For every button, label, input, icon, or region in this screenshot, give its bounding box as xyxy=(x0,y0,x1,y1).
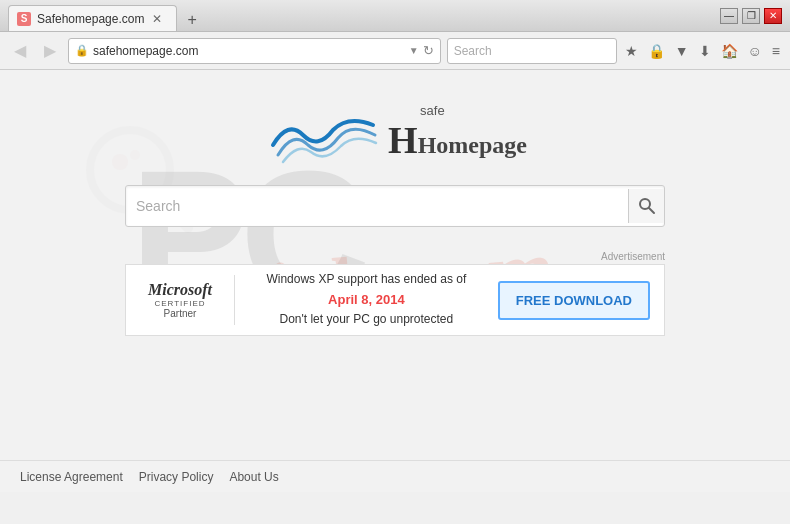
ad-container: Advertisement Microsoft CERTIFIED Partne… xyxy=(125,251,665,336)
ad-line1: Windows XP support has ended as of xyxy=(249,270,484,289)
back-button[interactable]: ◀ xyxy=(8,39,32,62)
ad-line2: Don't let your PC go unprotected xyxy=(249,310,484,329)
restore-button[interactable]: ❐ xyxy=(742,8,760,24)
free-download-button[interactable]: FREE DOWNLOAD xyxy=(498,281,650,320)
lock-icon[interactable]: 🔒 xyxy=(646,41,667,61)
search-icon-button[interactable] xyxy=(628,189,664,223)
svg-line-5 xyxy=(649,208,654,213)
dropdown-icon[interactable]: ▼ xyxy=(409,45,419,56)
secure-icon: 🔒 xyxy=(75,44,89,57)
ad-banner: Microsoft CERTIFIED Partner Windows XP s… xyxy=(125,264,665,336)
search-box[interactable]: Search xyxy=(125,185,665,227)
address-bar[interactable]: 🔒 safehomepage.com ▼ ↻ xyxy=(68,38,441,64)
logo-h: H xyxy=(388,118,418,162)
logo-waves xyxy=(263,100,383,165)
download-icon[interactable]: ⬇ xyxy=(697,41,713,61)
search-container: Search xyxy=(125,185,665,227)
user-icon[interactable]: ☺ xyxy=(746,41,764,61)
footer: License Agreement Privacy Policy About U… xyxy=(0,460,790,492)
title-bar: S Safehomepage.com ✕ + — ❐ ✕ xyxy=(0,0,790,32)
active-tab[interactable]: S Safehomepage.com ✕ xyxy=(8,5,177,31)
search-placeholder: Search xyxy=(136,198,628,214)
browser-search-bar[interactable]: Search xyxy=(447,38,617,64)
nav-icons: ★ 🔒 ▼ ⬇ 🏠 ☺ ≡ xyxy=(623,41,782,61)
refresh-icon[interactable]: ↻ xyxy=(423,43,434,58)
logo-text: safe H Homepage xyxy=(388,103,527,162)
tab-bar: S Safehomepage.com ✕ + xyxy=(8,0,720,31)
ad-text: Windows XP support has ended as of April… xyxy=(249,270,484,329)
window-controls: — ❐ ✕ xyxy=(720,8,782,24)
search-icon xyxy=(638,197,656,215)
forward-button[interactable]: ▶ xyxy=(38,39,62,62)
browser-search-placeholder: Search xyxy=(454,44,492,58)
main-area: safe H Homepage Search Advert xyxy=(0,70,790,460)
tab-favicon: S xyxy=(17,12,31,26)
menu-icon[interactable]: ≡ xyxy=(770,41,782,61)
privacy-policy-link[interactable]: Privacy Policy xyxy=(139,470,214,484)
ms-logo: Microsoft CERTIFIED Partner xyxy=(140,281,220,319)
ad-label: Advertisement xyxy=(125,251,665,262)
ad-highlight: April 8, 2014 xyxy=(249,290,484,311)
logo-homepage: Homepage xyxy=(418,132,527,159)
nav-bar: ◀ ▶ 🔒 safehomepage.com ▼ ↻ Search ★ 🔒 ▼ … xyxy=(0,32,790,70)
ad-divider xyxy=(234,275,235,325)
ms-certified: CERTIFIED xyxy=(154,299,205,308)
browser-chrome: S Safehomepage.com ✕ + — ❐ ✕ ◀ ▶ 🔒 safeh… xyxy=(0,0,790,70)
page-content: PC risk.com safe H Homepage xyxy=(0,70,790,492)
close-button[interactable]: ✕ xyxy=(764,8,782,24)
ms-partner: Partner xyxy=(164,308,197,319)
logo-container: safe H Homepage xyxy=(263,100,527,165)
bookmark-icon[interactable]: ★ xyxy=(623,41,640,61)
address-text: safehomepage.com xyxy=(93,44,405,58)
ms-logo-text: Microsoft xyxy=(148,281,212,299)
shield-icon[interactable]: ▼ xyxy=(673,41,691,61)
new-tab-button[interactable]: + xyxy=(181,9,202,31)
tab-close-button[interactable]: ✕ xyxy=(150,12,164,26)
home-icon[interactable]: 🏠 xyxy=(719,41,740,61)
logo-safe-text: safe xyxy=(420,103,527,118)
minimize-button[interactable]: — xyxy=(720,8,738,24)
about-us-link[interactable]: About Us xyxy=(229,470,278,484)
license-agreement-link[interactable]: License Agreement xyxy=(20,470,123,484)
tab-label: Safehomepage.com xyxy=(37,12,144,26)
